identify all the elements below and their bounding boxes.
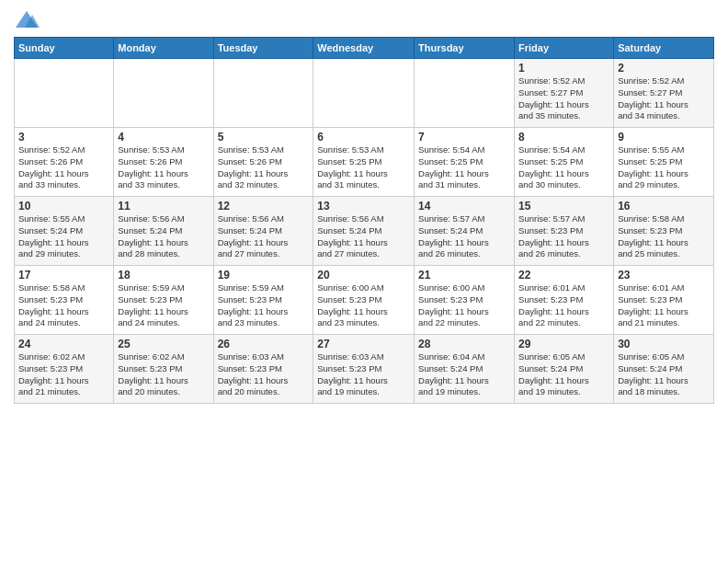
day-info: Sunrise: 5:59 AM Sunset: 5:23 PM Dayligh… — [218, 282, 310, 329]
calendar-cell: 14Sunrise: 5:57 AM Sunset: 5:24 PM Dayli… — [415, 197, 515, 266]
calendar-cell: 3Sunrise: 5:52 AM Sunset: 5:26 PM Daylig… — [15, 128, 114, 197]
calendar-cell: 29Sunrise: 6:05 AM Sunset: 5:24 PM Dayli… — [515, 335, 614, 404]
day-info: Sunrise: 5:57 AM Sunset: 5:24 PM Dayligh… — [418, 213, 510, 260]
day-info: Sunrise: 5:53 AM Sunset: 5:26 PM Dayligh… — [118, 144, 209, 191]
calendar-cell: 8Sunrise: 5:54 AM Sunset: 5:25 PM Daylig… — [515, 128, 614, 197]
day-info: Sunrise: 5:52 AM Sunset: 5:27 PM Dayligh… — [618, 75, 710, 122]
day-number: 24 — [18, 338, 109, 350]
day-info: Sunrise: 5:55 AM Sunset: 5:25 PM Dayligh… — [618, 144, 710, 191]
calendar-cell: 4Sunrise: 5:53 AM Sunset: 5:26 PM Daylig… — [114, 128, 213, 197]
calendar-cell: 20Sunrise: 6:00 AM Sunset: 5:23 PM Dayli… — [313, 266, 415, 335]
calendar-cell: 16Sunrise: 5:58 AM Sunset: 5:23 PM Dayli… — [614, 197, 714, 266]
calendar-cell — [213, 59, 313, 128]
day-number: 26 — [218, 338, 310, 350]
page: SundayMondayTuesdayWednesdayThursdayFrid… — [0, 0, 728, 563]
day-info: Sunrise: 6:03 AM Sunset: 5:23 PM Dayligh… — [218, 351, 310, 398]
calendar-cell: 23Sunrise: 6:01 AM Sunset: 5:23 PM Dayli… — [614, 266, 714, 335]
day-number: 20 — [317, 269, 410, 282]
calendar-cell: 1Sunrise: 5:52 AM Sunset: 5:27 PM Daylig… — [515, 59, 614, 128]
day-number: 16 — [618, 200, 710, 213]
weekday-header: Sunday — [15, 38, 114, 59]
logo-icon — [14, 9, 40, 31]
day-number: 3 — [18, 131, 109, 144]
calendar-cell: 30Sunrise: 6:05 AM Sunset: 5:24 PM Dayli… — [614, 335, 714, 404]
day-info: Sunrise: 6:03 AM Sunset: 5:23 PM Dayligh… — [317, 351, 410, 398]
calendar-cell: 21Sunrise: 6:00 AM Sunset: 5:23 PM Dayli… — [415, 266, 515, 335]
calendar-cell: 15Sunrise: 5:57 AM Sunset: 5:23 PM Dayli… — [515, 197, 614, 266]
day-number: 13 — [317, 200, 410, 213]
day-info: Sunrise: 5:59 AM Sunset: 5:23 PM Dayligh… — [118, 282, 209, 329]
calendar-cell: 19Sunrise: 5:59 AM Sunset: 5:23 PM Dayli… — [213, 266, 313, 335]
calendar-cell — [415, 59, 515, 128]
calendar-cell — [114, 59, 213, 128]
day-number: 30 — [618, 338, 710, 350]
calendar-cell: 26Sunrise: 6:03 AM Sunset: 5:23 PM Dayli… — [213, 335, 313, 404]
day-info: Sunrise: 5:52 AM Sunset: 5:26 PM Dayligh… — [18, 144, 109, 191]
calendar-cell: 9Sunrise: 5:55 AM Sunset: 5:25 PM Daylig… — [614, 128, 714, 197]
calendar-cell: 18Sunrise: 5:59 AM Sunset: 5:23 PM Dayli… — [114, 266, 213, 335]
calendar-cell: 11Sunrise: 5:56 AM Sunset: 5:24 PM Dayli… — [114, 197, 213, 266]
day-info: Sunrise: 6:01 AM Sunset: 5:23 PM Dayligh… — [518, 282, 609, 329]
calendar-cell — [15, 59, 114, 128]
day-number: 15 — [518, 200, 609, 213]
weekday-header: Wednesday — [313, 38, 415, 59]
day-number: 25 — [118, 338, 209, 350]
day-number: 8 — [518, 131, 609, 144]
calendar-cell: 28Sunrise: 6:04 AM Sunset: 5:24 PM Dayli… — [415, 335, 515, 404]
calendar-cell: 22Sunrise: 6:01 AM Sunset: 5:23 PM Dayli… — [515, 266, 614, 335]
day-info: Sunrise: 6:02 AM Sunset: 5:23 PM Dayligh… — [118, 351, 209, 398]
day-info: Sunrise: 6:05 AM Sunset: 5:24 PM Dayligh… — [518, 351, 609, 398]
calendar-week-row: 24Sunrise: 6:02 AM Sunset: 5:23 PM Dayli… — [15, 335, 714, 404]
day-info: Sunrise: 6:00 AM Sunset: 5:23 PM Dayligh… — [317, 282, 410, 329]
weekday-header: Monday — [114, 38, 213, 59]
day-info: Sunrise: 6:02 AM Sunset: 5:23 PM Dayligh… — [18, 351, 109, 398]
day-number: 5 — [218, 131, 310, 144]
day-info: Sunrise: 5:57 AM Sunset: 5:23 PM Dayligh… — [518, 213, 609, 260]
day-info: Sunrise: 5:53 AM Sunset: 5:26 PM Dayligh… — [218, 144, 310, 191]
day-info: Sunrise: 5:52 AM Sunset: 5:27 PM Dayligh… — [518, 75, 609, 122]
day-number: 29 — [518, 338, 609, 350]
calendar-cell: 24Sunrise: 6:02 AM Sunset: 5:23 PM Dayli… — [15, 335, 114, 404]
logo — [14, 9, 41, 31]
calendar-cell — [313, 59, 415, 128]
weekday-header: Friday — [515, 38, 614, 59]
day-info: Sunrise: 6:00 AM Sunset: 5:23 PM Dayligh… — [418, 282, 510, 329]
day-number: 6 — [317, 131, 410, 144]
calendar-table: SundayMondayTuesdayWednesdayThursdayFrid… — [14, 37, 714, 404]
day-info: Sunrise: 6:01 AM Sunset: 5:23 PM Dayligh… — [618, 282, 710, 329]
day-info: Sunrise: 5:56 AM Sunset: 5:24 PM Dayligh… — [118, 213, 209, 260]
day-info: Sunrise: 5:54 AM Sunset: 5:25 PM Dayligh… — [518, 144, 609, 191]
calendar-cell: 6Sunrise: 5:53 AM Sunset: 5:25 PM Daylig… — [313, 128, 415, 197]
calendar-cell: 10Sunrise: 5:55 AM Sunset: 5:24 PM Dayli… — [15, 197, 114, 266]
day-info: Sunrise: 5:56 AM Sunset: 5:24 PM Dayligh… — [317, 213, 410, 260]
weekday-header: Thursday — [415, 38, 515, 59]
calendar-week-row: 10Sunrise: 5:55 AM Sunset: 5:24 PM Dayli… — [15, 197, 714, 266]
day-number: 4 — [118, 131, 209, 144]
day-number: 11 — [118, 200, 209, 213]
day-info: Sunrise: 5:53 AM Sunset: 5:25 PM Dayligh… — [317, 144, 410, 191]
calendar-cell: 13Sunrise: 5:56 AM Sunset: 5:24 PM Dayli… — [313, 197, 415, 266]
header — [14, 9, 714, 31]
calendar-cell: 12Sunrise: 5:56 AM Sunset: 5:24 PM Dayli… — [213, 197, 313, 266]
day-info: Sunrise: 6:05 AM Sunset: 5:24 PM Dayligh… — [618, 351, 710, 398]
day-number: 27 — [317, 338, 410, 350]
calendar-cell: 7Sunrise: 5:54 AM Sunset: 5:25 PM Daylig… — [415, 128, 515, 197]
calendar-cell: 25Sunrise: 6:02 AM Sunset: 5:23 PM Dayli… — [114, 335, 213, 404]
calendar-cell: 2Sunrise: 5:52 AM Sunset: 5:27 PM Daylig… — [614, 59, 714, 128]
day-number: 23 — [618, 269, 710, 282]
day-number: 19 — [218, 269, 310, 282]
day-number: 22 — [518, 269, 609, 282]
day-info: Sunrise: 5:58 AM Sunset: 5:23 PM Dayligh… — [18, 282, 109, 329]
calendar-week-row: 1Sunrise: 5:52 AM Sunset: 5:27 PM Daylig… — [15, 59, 714, 128]
day-number: 21 — [418, 269, 510, 282]
day-info: Sunrise: 5:58 AM Sunset: 5:23 PM Dayligh… — [618, 213, 710, 260]
day-number: 14 — [418, 200, 510, 213]
calendar-header-row: SundayMondayTuesdayWednesdayThursdayFrid… — [15, 38, 714, 59]
day-number: 1 — [518, 62, 609, 75]
day-number: 18 — [118, 269, 209, 282]
weekday-header: Saturday — [614, 38, 714, 59]
calendar-cell: 5Sunrise: 5:53 AM Sunset: 5:26 PM Daylig… — [213, 128, 313, 197]
day-number: 10 — [18, 200, 109, 213]
day-number: 12 — [218, 200, 310, 213]
day-info: Sunrise: 5:56 AM Sunset: 5:24 PM Dayligh… — [218, 213, 310, 260]
